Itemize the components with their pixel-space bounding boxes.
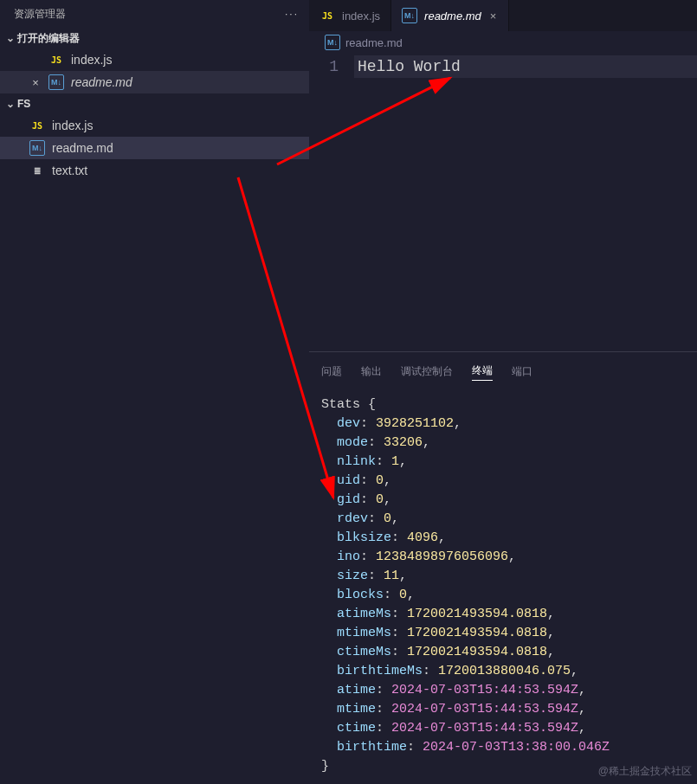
file-icon: JS bbox=[319, 8, 335, 23]
workspace-label: FS bbox=[17, 98, 30, 110]
panel-tab[interactable]: 端口 bbox=[512, 363, 532, 381]
open-editors-section[interactable]: ⌄ 打开的编辑器 bbox=[0, 28, 309, 48]
editor-line[interactable]: Hello World bbox=[354, 55, 697, 78]
panel-tabs: 问题输出调试控制台终端端口 bbox=[321, 359, 685, 383]
bottom-panel: 问题输出调试控制台终端端口 Stats { dev: 3928251102, m… bbox=[309, 351, 697, 784]
explorer-sidebar: 资源管理器 ··· ⌄ 打开的编辑器 JSindex.js×M↓readme.m… bbox=[0, 0, 309, 784]
file-icon: M↓ bbox=[29, 140, 45, 156]
file-name: readme.md bbox=[52, 141, 113, 155]
panel-tab[interactable]: 输出 bbox=[361, 363, 382, 381]
file-icon: M↓ bbox=[402, 8, 417, 23]
file-tree-item[interactable]: ≣text.txt bbox=[0, 159, 309, 182]
close-icon[interactable]: × bbox=[29, 76, 42, 89]
file-tree-item[interactable]: M↓readme.md bbox=[0, 137, 309, 159]
open-editor-item[interactable]: ×M↓readme.md bbox=[0, 71, 309, 93]
file-name: text.txt bbox=[52, 164, 87, 177]
markdown-file-icon: M↓ bbox=[325, 35, 340, 50]
explorer-header: 资源管理器 ··· bbox=[0, 0, 309, 28]
file-icon: ≣ bbox=[29, 163, 45, 178]
file-tree-item[interactable]: JSindex.js bbox=[0, 114, 309, 137]
explorer-more-icon[interactable]: ··· bbox=[281, 8, 302, 20]
file-icon: JS bbox=[48, 52, 64, 67]
line-number: 1 bbox=[309, 55, 339, 78]
panel-tab[interactable]: 终端 bbox=[472, 362, 493, 381]
chevron-down-icon: ⌄ bbox=[3, 32, 17, 44]
file-name: index.js bbox=[71, 53, 112, 67]
editor-gutter: 1 bbox=[309, 54, 354, 351]
file-name: index.js bbox=[52, 119, 93, 132]
file-icon: JS bbox=[29, 118, 45, 133]
panel-tab[interactable]: 调试控制台 bbox=[401, 363, 453, 381]
explorer-title: 资源管理器 bbox=[14, 7, 66, 22]
open-editors-label: 打开的编辑器 bbox=[17, 31, 80, 46]
watermark: @稀土掘金技术社区 bbox=[598, 764, 692, 779]
terminal-output[interactable]: Stats { dev: 3928251102, mode: 33206, nl… bbox=[321, 383, 685, 784]
file-name: readme.md bbox=[71, 75, 132, 89]
file-icon: M↓ bbox=[48, 74, 64, 90]
panel-tab[interactable]: 问题 bbox=[321, 363, 342, 381]
editor-tab[interactable]: JSindex.js bbox=[309, 0, 391, 31]
chevron-down-icon: ⌄ bbox=[3, 98, 17, 110]
close-icon[interactable]: × bbox=[488, 10, 499, 22]
open-editor-item[interactable]: JSindex.js bbox=[0, 48, 309, 71]
editor-tab[interactable]: M↓readme.md× bbox=[391, 0, 509, 31]
editor-tabs: JSindex.jsM↓readme.md× bbox=[309, 0, 697, 31]
editor-area: JSindex.jsM↓readme.md× M↓ readme.md 1 He… bbox=[309, 0, 697, 784]
workspace-section[interactable]: ⌄ FS bbox=[0, 93, 309, 114]
breadcrumb[interactable]: M↓ readme.md bbox=[309, 31, 697, 54]
tab-label: index.js bbox=[342, 10, 380, 22]
tab-label: readme.md bbox=[424, 10, 481, 22]
code-editor[interactable]: 1 Hello World bbox=[309, 54, 697, 351]
breadcrumb-text: readme.md bbox=[345, 36, 403, 49]
editor-content[interactable]: Hello World bbox=[354, 54, 697, 351]
